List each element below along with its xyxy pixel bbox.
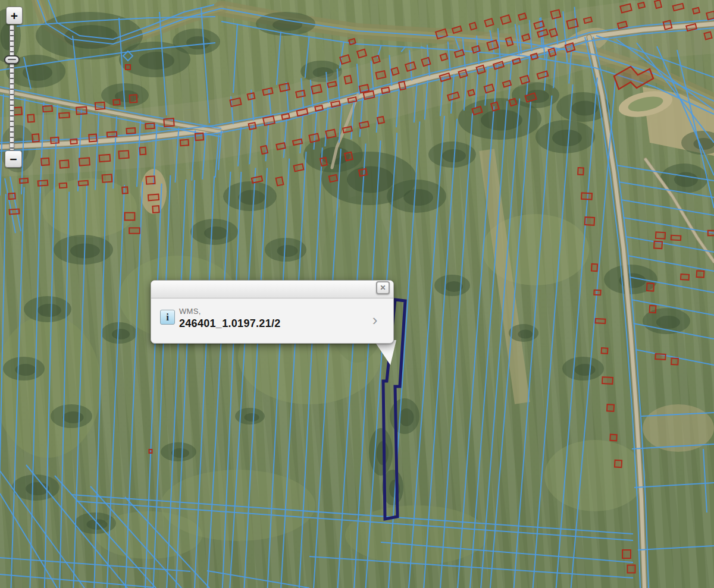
building-outline — [281, 114, 289, 120]
building-outline — [647, 283, 654, 291]
zoom-out-button[interactable]: − — [5, 150, 22, 168]
building-outline — [440, 54, 447, 61]
building-outline — [349, 39, 355, 45]
building-outline — [654, 0, 662, 8]
building-outline — [263, 116, 275, 125]
building-outline — [51, 137, 59, 143]
building-outline — [610, 435, 616, 441]
tree-cluster — [403, 189, 433, 206]
building-outline — [195, 133, 203, 140]
popup-window: ✕ i WMS, 246401_1.0197.21/2 › — [151, 280, 394, 344]
tree-cluster — [239, 190, 265, 205]
building-outline — [638, 2, 645, 8]
building-outline — [79, 158, 90, 165]
building-outline — [146, 176, 155, 184]
tree-cluster — [399, 408, 414, 426]
building-outline — [43, 106, 52, 112]
building-outline — [8, 193, 15, 199]
building-outline — [279, 83, 290, 92]
building-outline — [38, 180, 48, 186]
tree-cluster — [518, 330, 533, 339]
building-outline — [76, 107, 87, 115]
feature-info-text: WMS, 246401_1.0197.21/2 — [179, 307, 364, 330]
building-outline — [656, 232, 665, 238]
building-outline — [531, 54, 538, 60]
building-outline — [20, 178, 28, 183]
building-outline — [230, 98, 241, 106]
building-outline — [595, 319, 605, 323]
building-outline — [126, 65, 130, 70]
building-outline — [126, 128, 135, 134]
zoom-in-button[interactable]: + — [6, 7, 23, 24]
building-outline — [276, 177, 284, 186]
building-outline — [622, 550, 631, 558]
building-outline — [60, 160, 69, 168]
building-outline — [296, 90, 305, 98]
tree-cluster — [37, 304, 61, 317]
building-outline — [472, 46, 480, 53]
close-icon[interactable]: ✕ — [376, 281, 390, 294]
building-outline — [95, 102, 105, 109]
tree-cluster — [171, 448, 189, 458]
map-application: + − ✕ i WMS, 246401_1.0197.21/2 › — [0, 0, 714, 588]
building-outline — [294, 164, 304, 172]
tree-cluster — [63, 411, 84, 423]
building-outline — [276, 143, 285, 150]
building-outline — [381, 87, 390, 93]
building-outline — [615, 460, 622, 467]
building-outline — [311, 84, 321, 93]
building-outline — [650, 306, 656, 313]
building-outline — [262, 88, 273, 95]
building-outline — [249, 122, 256, 130]
building-outline — [477, 65, 486, 74]
building-outline — [122, 187, 128, 193]
building-outline — [164, 118, 174, 127]
building-outline — [566, 19, 578, 29]
building-outline — [584, 17, 592, 23]
zoom-slider-handle[interactable] — [4, 55, 20, 64]
tree-cluster — [277, 245, 298, 257]
building-outline — [364, 91, 375, 99]
building-outline — [130, 95, 137, 102]
building-outline — [79, 181, 88, 185]
building-outline — [148, 194, 159, 201]
tree-cluster — [112, 329, 130, 339]
tree-cluster — [481, 110, 522, 131]
building-outline — [372, 56, 380, 64]
building-outline — [607, 404, 614, 411]
feature-parcel-id: 246401_1.0197.21/2 — [179, 317, 364, 330]
building-outline — [706, 11, 714, 20]
building-outline — [145, 123, 155, 129]
building-outline — [376, 71, 386, 79]
building-outline — [392, 68, 399, 76]
building-outline — [125, 213, 135, 221]
building-outline — [261, 146, 268, 154]
field-patch — [345, 505, 488, 565]
tree-cluster — [87, 519, 108, 530]
building-outline — [357, 49, 367, 58]
building-outline — [89, 134, 96, 142]
building-outline — [359, 169, 367, 176]
building-outline — [329, 175, 337, 182]
building-outline — [345, 76, 352, 84]
tree-cluster — [139, 52, 174, 70]
chevron-right-icon[interactable]: › — [368, 313, 382, 329]
building-outline — [60, 183, 67, 188]
building-outline — [149, 449, 152, 453]
building-outline — [359, 84, 369, 93]
building-outline — [118, 150, 129, 159]
tree-cluster — [245, 413, 259, 422]
building-outline — [708, 231, 714, 236]
building-outline — [581, 193, 592, 199]
tree-cluster — [186, 36, 210, 49]
building-outline — [484, 18, 493, 26]
building-outline — [325, 130, 336, 139]
tree-cluster — [204, 227, 228, 240]
zoom-slider-track[interactable] — [10, 25, 14, 150]
building-outline — [377, 117, 384, 124]
building-outline — [591, 264, 597, 271]
tree-cluster — [674, 172, 698, 187]
popup-header — [151, 281, 393, 298]
tree-cluster — [347, 166, 394, 193]
building-outline — [654, 241, 662, 249]
